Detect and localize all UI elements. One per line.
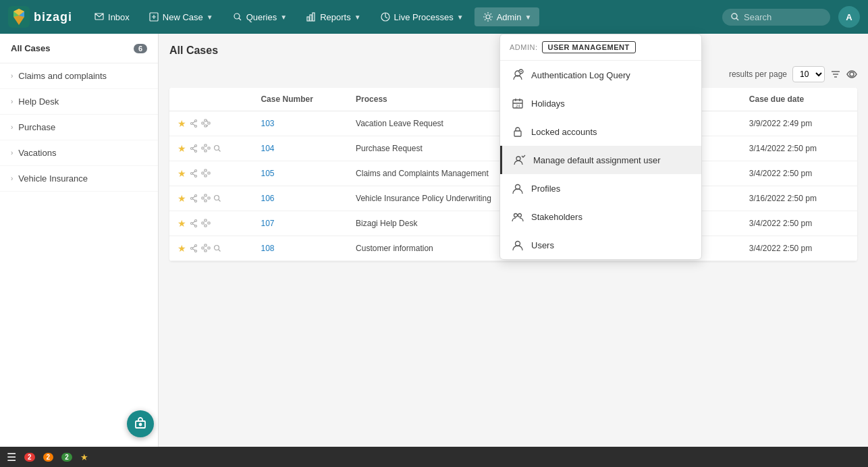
results-per-page-select[interactable]: 10 25 50 <box>792 66 825 82</box>
flow-icon[interactable] <box>201 194 211 203</box>
logo[interactable]: bizagi <box>8 6 72 28</box>
search-row-icon[interactable] <box>213 244 221 252</box>
bottom-red-item[interactable]: 2 <box>24 453 35 462</box>
bottom-bar: ☰ 2 2 2 ★ <box>0 447 868 467</box>
search-row-icon[interactable] <box>213 194 221 202</box>
bottom-star-icon[interactable]: ★ <box>80 452 88 462</box>
case-number-link[interactable]: 104 <box>261 144 274 153</box>
row-icons: ★ <box>178 118 244 129</box>
sidebar-item-claims[interactable]: › Claims and complaints <box>0 63 158 89</box>
svg-rect-36 <box>205 175 207 177</box>
claims-chevron: › <box>11 72 13 80</box>
dropdown-item-stakeholders[interactable]: Stakeholders <box>500 202 701 231</box>
bottom-orange-item[interactable]: 2 <box>43 453 54 462</box>
dropdown-item-auth-log[interactable]: Authentication Log Query <box>500 61 701 89</box>
search-icon <box>730 12 740 22</box>
green-badge: 2 <box>61 453 72 462</box>
dropdown-item-label: Holidays <box>531 99 565 109</box>
row-icons: ★ <box>178 168 244 179</box>
reports-chevron: ▼ <box>354 13 361 21</box>
reports-nav[interactable]: Reports ▼ <box>298 7 369 26</box>
star-icon[interactable]: ★ <box>178 168 186 179</box>
flow-icon[interactable] <box>201 219 211 228</box>
sidebar-item-label: Vehicle Insurance <box>18 173 88 184</box>
dropdown-item-manage-assign[interactable]: Manage default assignment user <box>500 146 701 174</box>
share-icon[interactable] <box>189 119 198 128</box>
svg-rect-50 <box>205 219 207 221</box>
share-icon[interactable] <box>189 194 198 203</box>
case-due-date: 3/4/2022 2:50 pm <box>741 236 857 261</box>
helpdesk-chevron: › <box>11 98 13 105</box>
flow-icon[interactable] <box>201 144 211 153</box>
share-icon[interactable] <box>189 244 198 253</box>
bottom-green-item[interactable]: 2 <box>61 453 72 462</box>
inbox-nav[interactable]: Inbox <box>86 7 138 26</box>
new-case-nav[interactable]: New Case ▼ <box>140 7 221 26</box>
case-number-link[interactable]: 103 <box>261 119 274 128</box>
sidebar-item-label: Claims and complaints <box>18 71 107 81</box>
sidebar-header: All Cases 6 <box>0 34 158 63</box>
share-icon[interactable] <box>189 144 198 153</box>
vehicle-chevron: › <box>11 175 13 182</box>
navbar: bizagi Inbox New Case ▼ Queries ▼ Report… <box>0 0 868 34</box>
admin-dropdown: Admin: User Management Authentication Lo… <box>499 34 702 260</box>
admin-nav[interactable]: Admin ▼ <box>474 7 540 26</box>
svg-rect-21 <box>205 125 207 127</box>
svg-point-60 <box>215 246 219 250</box>
dropdown-item-holidays[interactable]: 24 Holidays <box>500 89 701 117</box>
svg-rect-52 <box>208 222 210 224</box>
dropdown-item-label: Manage default assignment user <box>533 155 661 165</box>
case-number-link[interactable]: 105 <box>261 169 274 178</box>
sidebar-item-vacations[interactable]: › Vacations <box>0 140 158 166</box>
search-box[interactable]: Search <box>722 9 830 26</box>
holidays-icon: 24 <box>511 97 524 110</box>
svg-rect-59 <box>208 247 210 249</box>
live-processes-icon <box>380 11 391 22</box>
star-icon[interactable]: ★ <box>178 243 186 254</box>
view-toggle-icon[interactable] <box>846 69 857 80</box>
star-icon[interactable]: ★ <box>178 143 186 154</box>
col-case-due: Case due date <box>741 88 857 111</box>
dropdown-item-users[interactable]: Users <box>500 231 701 259</box>
svg-rect-49 <box>202 222 204 224</box>
logo-text: bizagi <box>34 10 72 24</box>
star-icon[interactable]: ★ <box>178 193 186 204</box>
flow-icon[interactable] <box>201 119 211 128</box>
star-icon[interactable]: ★ <box>178 218 186 229</box>
star-icon[interactable]: ★ <box>178 118 186 129</box>
dropdown-item-profiles[interactable]: Profiles <box>500 174 701 202</box>
sidebar-item-helpdesk[interactable]: › Help Desk <box>0 89 158 115</box>
user-avatar[interactable]: A <box>838 6 860 28</box>
filter-icon[interactable] <box>830 69 841 80</box>
sidebar-item-purchase[interactable]: › Purchase <box>0 115 158 140</box>
dropdown-item-locked[interactable]: Locked accounts <box>500 117 701 146</box>
share-icon[interactable] <box>189 169 198 178</box>
sidebar-item-label: Purchase <box>18 122 55 132</box>
auth-log-icon <box>511 68 524 82</box>
case-number-link[interactable]: 107 <box>261 219 274 228</box>
sidebar-item-label: Help Desk <box>18 97 59 107</box>
case-number-link[interactable]: 108 <box>261 244 274 253</box>
svg-point-66 <box>516 157 520 161</box>
sidebar-item-vehicle[interactable]: › Vehicle Insurance <box>0 166 158 192</box>
manage-user-icon <box>513 153 526 167</box>
live-processes-nav[interactable]: Live Processes ▼ <box>372 7 472 26</box>
row-icons: ★ <box>178 143 244 154</box>
share-icon[interactable] <box>189 219 198 228</box>
svg-rect-8 <box>310 15 312 21</box>
case-number-link[interactable]: 106 <box>261 194 274 203</box>
search-row-icon[interactable] <box>213 144 221 153</box>
hamburger-icon[interactable]: ☰ <box>7 451 16 464</box>
flow-icon[interactable] <box>201 169 211 178</box>
svg-point-12 <box>732 13 737 19</box>
new-case-chevron: ▼ <box>207 13 213 21</box>
flow-icon[interactable] <box>201 244 211 253</box>
svg-rect-20 <box>205 119 207 121</box>
fab-icon <box>134 417 147 431</box>
sidebar: All Cases 6 › Claims and complaints › He… <box>0 34 159 447</box>
svg-rect-26 <box>202 147 204 149</box>
queries-nav[interactable]: Queries ▼ <box>224 7 295 26</box>
fab-button[interactable] <box>127 410 154 437</box>
case-due-date: 3/4/2022 2:50 pm <box>741 161 857 186</box>
admin-icon <box>483 11 493 22</box>
